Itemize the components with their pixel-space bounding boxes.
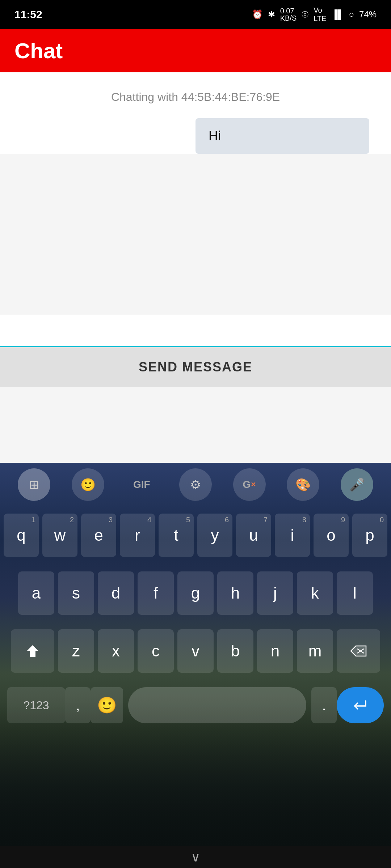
key-c[interactable]: c xyxy=(138,629,174,673)
chat-area: Chatting with 44:5B:44:BE:76:9E Hi xyxy=(0,72,391,154)
key-i[interactable]: 8i xyxy=(275,514,310,557)
key-y[interactable]: 6y xyxy=(197,514,232,557)
keyboard-grid-button[interactable]: ⊞ xyxy=(18,468,50,501)
status-icons: ⏰ ✱ 0.07KB/S ⦾ VoLTE ▐▌ ○ 74% xyxy=(252,6,377,23)
key-o[interactable]: 9o xyxy=(314,514,349,557)
key-r[interactable]: 4r xyxy=(120,514,155,557)
input-area[interactable]: SEND MESSAGE xyxy=(0,315,391,387)
key-l[interactable]: l xyxy=(337,571,373,615)
status-bar: 11:52 ⏰ ✱ 0.07KB/S ⦾ VoLTE ▐▌ ○ 74% xyxy=(0,0,391,29)
key-e[interactable]: 3e xyxy=(81,514,116,557)
battery-icon: ○ xyxy=(349,9,354,20)
key-s[interactable]: s xyxy=(58,571,94,615)
key-t[interactable]: 5t xyxy=(159,514,194,557)
keyboard-space-key[interactable] xyxy=(128,687,306,723)
keyboard-comma-key[interactable]: , xyxy=(65,687,91,723)
keyboard-row-2: a s d f g h j k l xyxy=(4,564,387,622)
keyboard-enter-key[interactable] xyxy=(337,687,384,723)
app-bar: Chat xyxy=(0,29,391,72)
key-q[interactable]: 1q xyxy=(4,514,39,557)
keyboard-key-rows: 1q 2w 3e 4r 5t 6y 7u 8i 9o 0p a s d f g … xyxy=(0,506,391,680)
keyboard-row-3: z x c v b n m xyxy=(4,622,387,680)
send-message-button[interactable]: SEND MESSAGE xyxy=(0,347,391,387)
key-u[interactable]: 7u xyxy=(236,514,271,557)
keyboard-bottom-row: ?123 , 🙂 . xyxy=(0,680,391,731)
keyboard-toolbar: ⊞ 🙂 GIF ⚙ G✕ 🎨 🎤 xyxy=(0,463,391,506)
keyboard-gif-button[interactable]: GIF xyxy=(125,468,158,501)
key-k[interactable]: k xyxy=(297,571,333,615)
nav-bar: ∨ xyxy=(0,846,391,868)
keyboard-translate-button[interactable]: G✕ xyxy=(233,468,266,501)
bluetooth-icon: ✱ xyxy=(268,9,275,20)
key-b[interactable]: b xyxy=(217,629,253,673)
key-h[interactable]: h xyxy=(217,571,253,615)
key-f[interactable]: f xyxy=(138,571,174,615)
key-x[interactable]: x xyxy=(98,629,134,673)
keyboard: ⊞ 🙂 GIF ⚙ G✕ 🎨 🎤 1q 2w 3e 4r 5t 6y 7u 8i… xyxy=(0,463,391,846)
key-d[interactable]: d xyxy=(98,571,134,615)
key-m[interactable]: m xyxy=(297,629,333,673)
keyboard-palette-button[interactable]: 🎨 xyxy=(287,468,319,501)
key-p[interactable]: 0p xyxy=(352,514,387,557)
keyboard-backspace-key[interactable] xyxy=(337,629,380,673)
keyboard-sticker-button[interactable]: 🙂 xyxy=(72,468,104,501)
volte-icon: VoLTE xyxy=(314,6,326,23)
message-bubble: Hi xyxy=(196,118,369,154)
nav-chevron-icon: ∨ xyxy=(191,850,200,865)
keyboard-numsym-key[interactable]: ?123 xyxy=(7,687,65,723)
keyboard-shift-key[interactable] xyxy=(11,629,54,673)
status-time: 11:52 xyxy=(14,8,42,21)
data-speed: 0.07KB/S xyxy=(280,7,297,22)
key-g[interactable]: g xyxy=(177,571,214,615)
battery-percent: 74% xyxy=(359,9,377,20)
svg-marker-0 xyxy=(27,645,38,657)
wifi-icon: ⦾ xyxy=(302,9,308,20)
chat-with-label: Chatting with 44:5B:44:BE:76:9E xyxy=(14,90,377,104)
key-z[interactable]: z xyxy=(58,629,94,673)
keyboard-period-key[interactable]: . xyxy=(311,687,337,723)
key-a[interactable]: a xyxy=(18,571,54,615)
keyboard-row-1: 1q 2w 3e 4r 5t 6y 7u 8i 9o 0p xyxy=(4,506,387,564)
keyboard-settings-button[interactable]: ⚙ xyxy=(179,468,212,501)
app-title: Chat xyxy=(14,38,63,63)
keyboard-mic-button[interactable]: 🎤 xyxy=(341,468,373,501)
keyboard-emoji-key[interactable]: 🙂 xyxy=(91,687,123,723)
key-j[interactable]: j xyxy=(257,571,293,615)
signal-icon: ▐▌ xyxy=(331,9,344,20)
alarm-icon: ⏰ xyxy=(252,9,263,20)
key-v[interactable]: v xyxy=(177,629,214,673)
key-w[interactable]: 2w xyxy=(42,514,77,557)
key-n[interactable]: n xyxy=(257,629,293,673)
message-input[interactable] xyxy=(0,315,391,347)
